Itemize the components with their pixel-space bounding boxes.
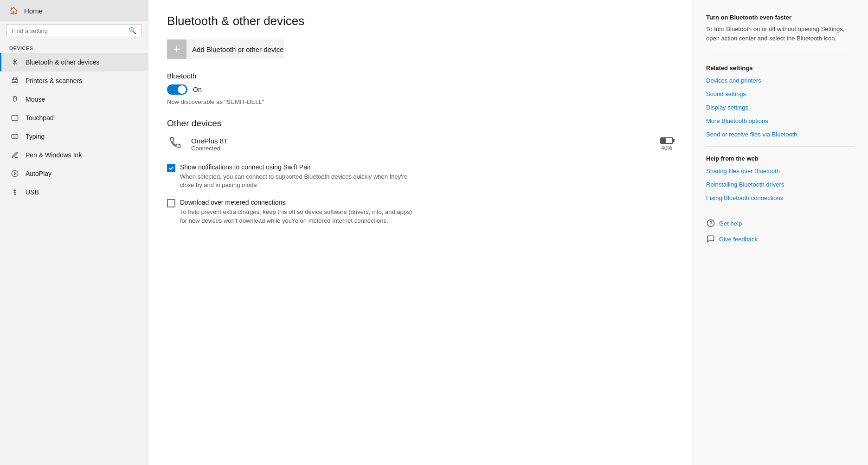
search-box[interactable]: 🔍 bbox=[6, 24, 141, 37]
sidebar-item-autoplay[interactable]: AutoPlay bbox=[0, 164, 148, 183]
give-feedback-row[interactable]: Give feedback bbox=[706, 234, 854, 244]
sidebar-item-pen-label: Pen & Windows Ink bbox=[26, 151, 82, 159]
right-panel: Turn on Bluetooth even faster To turn Bl… bbox=[692, 0, 868, 465]
battery-icon bbox=[660, 137, 673, 144]
device-item: OnePlus 8T Connected 40% bbox=[167, 136, 673, 152]
sidebar-item-typing[interactable]: Typing bbox=[0, 127, 148, 146]
sidebar-item-typing-label: Typing bbox=[26, 133, 45, 140]
mouse-icon bbox=[11, 95, 19, 103]
get-help-row[interactable]: Get help bbox=[706, 219, 854, 228]
sidebar-item-printers[interactable]: Printers & scanners bbox=[0, 71, 148, 90]
device-battery: 40% bbox=[660, 137, 673, 151]
add-device-icon bbox=[167, 39, 186, 59]
give-feedback-label[interactable]: Give feedback bbox=[719, 236, 758, 243]
search-icon: 🔍 bbox=[129, 27, 136, 34]
toggle-label: On bbox=[193, 86, 202, 93]
download-metered-desc: To help prevent extra charges, keep this… bbox=[180, 208, 412, 225]
sidebar-item-mouse[interactable]: Mouse bbox=[0, 90, 148, 109]
device-status: Connected bbox=[191, 145, 653, 152]
autoplay-icon bbox=[11, 169, 19, 178]
get-help-icon bbox=[706, 219, 715, 228]
sidebar-item-usb[interactable]: USB bbox=[0, 183, 148, 201]
add-device-label: Add Bluetooth or other device bbox=[192, 45, 284, 53]
battery-percent: 40% bbox=[661, 145, 672, 151]
divider-1 bbox=[706, 56, 854, 56]
link-sound-settings[interactable]: Sound settings bbox=[706, 90, 854, 97]
svg-rect-0 bbox=[12, 79, 18, 83]
sidebar: 🏠 Home 🔍 Devices Bluetooth & other devic… bbox=[0, 0, 148, 465]
pen-icon bbox=[11, 151, 19, 159]
sidebar-item-touchpad[interactable]: Touchpad bbox=[0, 109, 148, 127]
download-metered-title: Download over metered connections bbox=[180, 199, 412, 206]
related-settings-title: Related settings bbox=[706, 65, 854, 71]
home-icon: 🏠 bbox=[9, 6, 18, 15]
swift-pair-checkbox[interactable] bbox=[167, 164, 175, 172]
sidebar-home[interactable]: 🏠 Home bbox=[0, 0, 148, 21]
link-fixing-connections[interactable]: Fixing Bluetooth connections bbox=[706, 194, 854, 201]
svg-marker-5 bbox=[14, 172, 16, 174]
link-reinstalling-drivers[interactable]: Reinstalling Bluetooth drivers bbox=[706, 181, 854, 188]
swift-pair-option: Show notifications to connect using Swif… bbox=[167, 163, 673, 189]
bluetooth-icon bbox=[11, 58, 19, 66]
phone-icon bbox=[167, 136, 184, 152]
add-device-button[interactable]: Add Bluetooth or other device bbox=[167, 39, 284, 59]
search-input[interactable] bbox=[12, 27, 125, 34]
typing-icon bbox=[11, 132, 19, 141]
device-info: OnePlus 8T Connected bbox=[191, 137, 653, 152]
page-title: Bluetooth & other devices bbox=[167, 14, 673, 28]
touchpad-icon bbox=[11, 114, 19, 122]
give-feedback-icon bbox=[706, 234, 715, 244]
help-from-web-title: Help from the web bbox=[706, 155, 854, 162]
bluetooth-section-title: Bluetooth bbox=[167, 72, 673, 80]
link-more-bluetooth[interactable]: More Bluetooth options bbox=[706, 117, 854, 124]
discoverable-text: Now discoverable as "SUMIT-DELL" bbox=[167, 98, 673, 105]
link-send-receive[interactable]: Send or receive files via Bluetooth bbox=[706, 131, 854, 138]
download-metered-option: Download over metered connections To hel… bbox=[167, 199, 673, 225]
sidebar-item-usb-label: USB bbox=[26, 188, 39, 196]
sidebar-item-bluetooth[interactable]: Bluetooth & other devices bbox=[0, 53, 148, 71]
battery-fill bbox=[661, 138, 666, 143]
bluetooth-toggle[interactable] bbox=[167, 84, 187, 95]
sidebar-item-touchpad-label: Touchpad bbox=[26, 114, 54, 122]
svg-point-4 bbox=[12, 170, 18, 176]
svg-rect-2 bbox=[12, 116, 18, 121]
sidebar-item-bluetooth-label: Bluetooth & other devices bbox=[26, 58, 100, 66]
link-display-settings[interactable]: Display settings bbox=[706, 104, 854, 111]
toggle-knob bbox=[178, 85, 186, 94]
link-devices-printers[interactable]: Devices and printers bbox=[706, 77, 854, 84]
bluetooth-toggle-row: On bbox=[167, 84, 673, 95]
sidebar-home-label: Home bbox=[24, 7, 43, 15]
printers-icon bbox=[11, 77, 19, 85]
tip-title: Turn on Bluetooth even faster bbox=[706, 14, 854, 21]
sidebar-item-printers-label: Printers & scanners bbox=[26, 77, 82, 84]
usb-icon bbox=[11, 188, 19, 196]
get-help-label[interactable]: Get help bbox=[719, 220, 742, 227]
download-metered-content: Download over metered connections To hel… bbox=[180, 199, 412, 225]
sidebar-section-label: Devices bbox=[0, 43, 148, 53]
download-metered-checkbox[interactable] bbox=[167, 199, 175, 207]
sidebar-item-mouse-label: Mouse bbox=[26, 96, 45, 103]
sidebar-item-pen[interactable]: Pen & Windows Ink bbox=[0, 146, 148, 164]
main-content: Bluetooth & other devices Add Bluetooth … bbox=[148, 0, 692, 465]
device-name: OnePlus 8T bbox=[191, 137, 653, 145]
sidebar-item-autoplay-label: AutoPlay bbox=[26, 170, 51, 177]
swift-pair-desc: When selected, you can connect to suppor… bbox=[180, 173, 412, 189]
svg-rect-3 bbox=[12, 135, 18, 138]
divider-3 bbox=[706, 210, 854, 210]
tip-text: To turn Bluetooth on or off without open… bbox=[706, 25, 854, 43]
swift-pair-content: Show notifications to connect using Swif… bbox=[180, 163, 412, 189]
other-devices-title: Other devices bbox=[167, 118, 673, 129]
swift-pair-title: Show notifications to connect using Swif… bbox=[180, 163, 412, 171]
link-sharing-files[interactable]: Sharing files over Bluetooth bbox=[706, 168, 854, 174]
divider-2 bbox=[706, 146, 854, 147]
